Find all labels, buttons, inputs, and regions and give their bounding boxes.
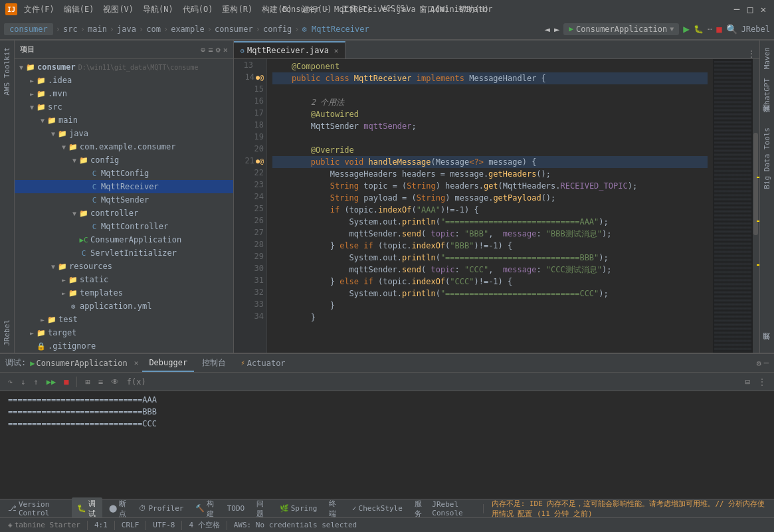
debug-stop[interactable]: ■ bbox=[61, 376, 71, 388]
breadcrumb-class[interactable]: ⚙ MqttReceiver bbox=[302, 25, 369, 34]
tree-mqtt-receiver[interactable]: ► C MqttReceiver bbox=[15, 180, 233, 193]
tree-config[interactable]: ▼ 📁 config bbox=[15, 153, 233, 167]
sidebar-icon-locate[interactable]: ⊕ bbox=[201, 45, 205, 54]
tree-main[interactable]: ▼ 📁 main bbox=[15, 114, 233, 127]
bottom-tab-actuator[interactable]: ⚡ Actuator bbox=[234, 354, 292, 372]
tree-src[interactable]: ▼ 📁 src bbox=[15, 100, 233, 114]
status-tab-debug[interactable]: 🐛 调试 bbox=[72, 497, 102, 520]
menu-edit[interactable]: 编辑(E) bbox=[60, 3, 98, 17]
status-tab-problems[interactable]: 问题 bbox=[251, 497, 273, 520]
right-tool-maven[interactable]: Maven bbox=[761, 43, 773, 73]
right-tool-bigdata[interactable]: Big Data Tools bbox=[761, 124, 773, 193]
status-tab-services[interactable]: 服务 bbox=[409, 497, 431, 520]
sidebar-icon-close[interactable]: ✕ bbox=[223, 45, 228, 54]
tab-file-consumer[interactable]: consumer bbox=[4, 23, 53, 35]
debug-frames[interactable]: ⊞ bbox=[82, 376, 92, 388]
forward-button[interactable]: ► bbox=[554, 24, 559, 35]
status-position[interactable]: 4:1 bbox=[92, 521, 110, 529]
tree-mvn[interactable]: ► 📁 .mvn bbox=[15, 87, 233, 100]
status-tab-breakpoints[interactable]: ⬤ 断点 bbox=[104, 497, 133, 520]
tree-mqtt-config[interactable]: ► C MqttConfig bbox=[15, 167, 233, 180]
tree-controller[interactable]: ▼ 📁 controller bbox=[15, 207, 233, 220]
sidebar-header-icons[interactable]: ⊕ ≡ ⚙ ✕ bbox=[201, 45, 228, 54]
tree-mqtt-controller[interactable]: ► C MqttController bbox=[15, 220, 233, 233]
tree-static[interactable]: ► 📁 static bbox=[15, 273, 233, 286]
menu-code[interactable]: 代码(O) bbox=[179, 3, 217, 17]
run-config-name[interactable]: ConsumerApplication bbox=[576, 25, 667, 34]
debug-step-out[interactable]: ↑ bbox=[31, 376, 41, 388]
status-tab-spring[interactable]: 🌿 Spring bbox=[274, 503, 323, 514]
bottom-tabs-right[interactable]: ⚙ ─ bbox=[757, 359, 769, 368]
editor-split-button[interactable]: ⋮ bbox=[747, 49, 755, 58]
sidebar-icon-collapse[interactable]: ≡ bbox=[208, 45, 213, 54]
tree-root-consumer[interactable]: ▼ 📁 consumer D:\win11\git_data\MQTT\cons… bbox=[15, 60, 233, 74]
back-button[interactable]: ◄ bbox=[545, 24, 550, 35]
bottom-close-icon[interactable]: ─ bbox=[764, 359, 769, 368]
tree-consumer-app[interactable]: ► ▶C ConsumerApplication bbox=[15, 233, 233, 246]
status-encoding[interactable]: UTF-8 bbox=[150, 521, 177, 529]
debug-threads[interactable]: ⊟ bbox=[743, 376, 753, 388]
tree-templates[interactable]: ► 📁 templates bbox=[15, 286, 233, 300]
toolbar-more[interactable]: ⋯ bbox=[708, 25, 712, 34]
right-tool-chatgpt[interactable]: ChatGPT bbox=[761, 74, 773, 113]
breadcrumb-consumer2[interactable]: consumer bbox=[215, 25, 253, 34]
menu-refactor[interactable]: 重构(R) bbox=[218, 3, 256, 17]
status-indent[interactable]: 4 个空格 bbox=[186, 520, 222, 530]
tree-target[interactable]: ► 📁 target bbox=[15, 326, 233, 339]
bottom-tab-debugger[interactable]: Debugger bbox=[142, 354, 194, 372]
debug-step-into[interactable]: ↓ bbox=[18, 376, 28, 388]
tree-resources[interactable]: ▼ 📁 resources bbox=[15, 260, 233, 273]
close-button[interactable]: ✕ bbox=[758, 4, 769, 15]
left-tool-jrebel[interactable]: JRebel bbox=[1, 315, 13, 350]
bottom-panel-close[interactable]: ✕ bbox=[134, 359, 139, 367]
tree-test[interactable]: ► 📁 test bbox=[15, 313, 233, 326]
status-tab-build[interactable]: 🔨 构建 bbox=[190, 497, 220, 520]
menu-file[interactable]: 文件(F) bbox=[20, 3, 58, 17]
tree-gitignore[interactable]: ► 🔒 .gitignore bbox=[15, 339, 233, 353]
debug-step-over[interactable]: ↷ bbox=[5, 376, 15, 388]
debug-more[interactable]: ⋮ bbox=[755, 376, 769, 388]
menu-view[interactable]: 视图(V) bbox=[99, 3, 138, 17]
left-tool-aws[interactable]: AWS Toolkit bbox=[1, 43, 13, 100]
debug-resume[interactable]: ▶▶ bbox=[44, 376, 58, 388]
status-aws[interactable]: AWS: No credentials selected bbox=[231, 521, 359, 529]
editor-tab-mqtt-receiver[interactable]: ⚙ MqttReceiver.java ✕ bbox=[234, 41, 345, 58]
status-tabnine[interactable]: ◈ tabnine Starter bbox=[5, 521, 83, 529]
editor-scrollbar[interactable] bbox=[753, 59, 759, 353]
debug-watches[interactable]: 👁 bbox=[108, 376, 122, 388]
toolbar-stop[interactable]: ■ bbox=[716, 24, 722, 35]
bottom-tab-console[interactable]: 控制台 bbox=[195, 354, 233, 372]
breadcrumb-src[interactable]: src bbox=[63, 25, 78, 34]
breadcrumb-com[interactable]: com bbox=[146, 25, 161, 34]
debug-button[interactable]: 🐛 bbox=[694, 25, 704, 34]
right-tool-notify[interactable]: 通知 bbox=[761, 342, 773, 350]
breadcrumb-java[interactable]: java bbox=[117, 25, 136, 34]
debug-variables[interactable]: ≡ bbox=[96, 376, 106, 388]
code-content[interactable]: @Component public class MqttReceiver imp… bbox=[267, 59, 713, 353]
run-button[interactable]: ▶ bbox=[683, 23, 690, 35]
sidebar-icon-settings[interactable]: ⚙ bbox=[216, 45, 221, 54]
tree-java[interactable]: ▼ 📁 java bbox=[15, 127, 233, 140]
toolbar-search[interactable]: 🔍 bbox=[726, 24, 737, 35]
breadcrumb-main[interactable]: main bbox=[88, 25, 107, 34]
maximize-button[interactable]: □ bbox=[745, 4, 755, 15]
tab-close-button[interactable]: ✕ bbox=[334, 46, 339, 55]
menu-navigate[interactable]: 导航(N) bbox=[139, 3, 177, 17]
minimize-button[interactable]: ─ bbox=[731, 4, 742, 15]
breadcrumb-example[interactable]: example bbox=[171, 25, 205, 34]
status-tab-terminal[interactable]: 终端 bbox=[324, 497, 345, 520]
status-tab-vcs[interactable]: ⎇ Version Control bbox=[3, 499, 70, 519]
tree-servlet[interactable]: ► C ServletInitializer bbox=[15, 246, 233, 260]
debug-evaluate[interactable]: f(x) bbox=[124, 376, 149, 388]
editor-tabs-right[interactable]: ⋮ bbox=[747, 49, 759, 58]
tree-idea[interactable]: ► 📁 .idea bbox=[15, 74, 233, 87]
tree-package[interactable]: ▼ 📁 com.example.consumer bbox=[15, 140, 233, 153]
tree-app-yml[interactable]: ► ⚙ application.yml bbox=[15, 300, 233, 313]
window-controls[interactable]: ─ □ ✕ bbox=[731, 4, 769, 15]
status-tab-todo[interactable]: TODO bbox=[222, 503, 250, 514]
status-tab-profiler[interactable]: ⏱ Profiler bbox=[134, 503, 189, 514]
status-tab-checkstyle[interactable]: ✓ CheckStyle bbox=[347, 503, 408, 514]
run-config-dropdown[interactable]: ▼ bbox=[670, 25, 674, 33]
breadcrumb-config[interactable]: config bbox=[263, 25, 292, 34]
jrebel-console-link[interactable]: JRebel Console bbox=[432, 500, 478, 517]
